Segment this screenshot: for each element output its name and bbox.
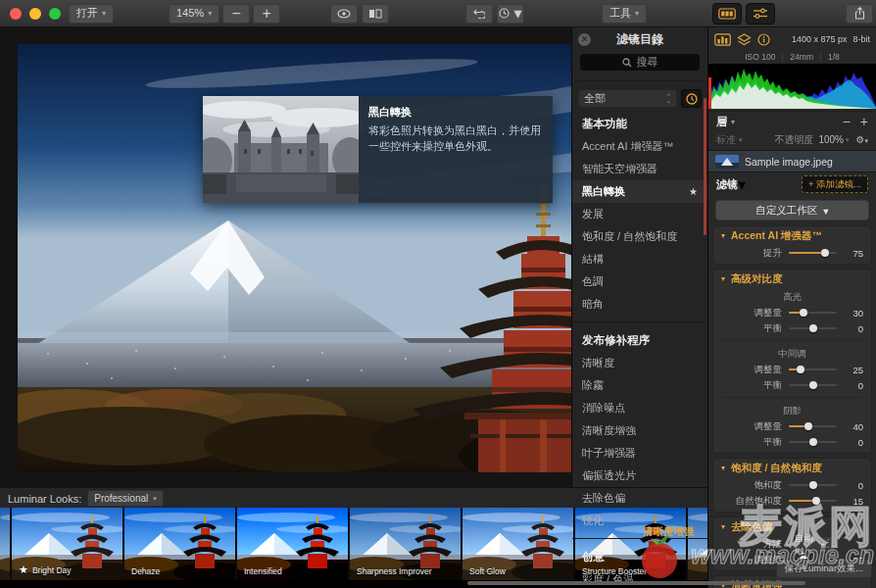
filter-item[interactable]: 偏振透光片 <box>572 465 707 487</box>
looks-panel-toggle[interactable] <box>712 3 742 24</box>
slider-value: 15 <box>844 496 863 507</box>
slider-track[interactable] <box>789 441 837 443</box>
layers-icon[interactable] <box>737 33 752 46</box>
slider-thumb[interactable] <box>804 422 812 430</box>
chevron-down-icon: ▾ <box>846 136 850 144</box>
recent-filters-button[interactable] <box>681 89 702 108</box>
filter-item[interactable]: 去除色偏 <box>572 487 707 510</box>
filter-item[interactable]: 暗角 <box>572 293 707 316</box>
preset-tile[interactable]: Soft Glow <box>462 508 573 580</box>
tooltip-title: 黑白轉换 <box>368 105 543 120</box>
slider-row: 提升75 <box>713 245 871 261</box>
section-header[interactable]: ▾去除色偏 <box>713 517 871 536</box>
horizontal-scrollbar[interactable] <box>467 581 805 585</box>
slider-thumb[interactable] <box>812 497 820 505</box>
slider-track[interactable] <box>789 500 837 502</box>
filter-section-header: 发布修补程序 <box>572 328 707 352</box>
slider-value: 0 <box>844 323 863 334</box>
collapse-triangle-icon[interactable]: ▾ <box>721 464 725 472</box>
slider-thumb[interactable] <box>809 438 817 446</box>
close-window-button[interactable] <box>10 8 22 20</box>
section-header[interactable]: ▾Accent AI 增强器™ <box>713 226 871 245</box>
filter-item[interactable]: 彩度 / 色温 <box>572 568 707 588</box>
method-select[interactable]: 自动 #1⌃⌄ <box>789 536 837 553</box>
slider-thumb[interactable] <box>797 366 804 373</box>
histogram-icon[interactable] <box>714 33 731 46</box>
scrollbar[interactable] <box>704 98 706 235</box>
chevron-down-icon: ▾ <box>635 10 639 18</box>
history-button[interactable]: ▾ <box>497 4 524 24</box>
filter-item[interactable]: 叶子增强器 <box>572 442 707 465</box>
zoom-window-button[interactable] <box>49 8 61 20</box>
filter-item[interactable]: Accent AI 增强器™ <box>572 135 707 158</box>
blend-mode-select[interactable]: 标准 <box>716 133 736 147</box>
filter-item[interactable]: 锐化 <box>572 510 707 532</box>
zoom-out-button[interactable]: − <box>222 4 250 24</box>
gear-icon[interactable]: ⚙▾ <box>856 134 868 145</box>
save-looks-button[interactable]: 保存Luminar效果... <box>776 559 872 578</box>
open-button[interactable]: 打开 ▾ <box>69 4 114 24</box>
adjustments-panel-toggle[interactable] <box>746 3 775 24</box>
share-button[interactable] <box>846 4 873 24</box>
filter-item[interactable]: 饱和度 / 自然饱和度 <box>572 225 707 248</box>
slider-thumb[interactable] <box>809 381 817 389</box>
filter-item[interactable]: 黑白轉换★ <box>572 180 707 203</box>
slider-track[interactable] <box>789 327 837 329</box>
preset-tile[interactable]: Dehaze <box>124 508 235 580</box>
slider-track[interactable] <box>789 484 837 486</box>
slider-track[interactable] <box>789 368 837 370</box>
clipping-indicator[interactable] <box>708 77 711 109</box>
workspace-button[interactable]: 自定义工作区 ▾ <box>715 200 869 220</box>
section-header[interactable]: ▾高级对比度 <box>713 270 871 288</box>
preview-eye-button[interactable] <box>330 4 358 24</box>
undo-button[interactable] <box>465 4 493 24</box>
star-icon[interactable]: ★ <box>689 186 698 197</box>
exif-row: ISO 100 24mm 1/8 <box>708 50 876 64</box>
slider-thumb[interactable] <box>809 481 817 489</box>
slider-track[interactable] <box>789 252 837 254</box>
slider-thumb[interactable] <box>809 324 817 332</box>
tools-dropdown[interactable]: 工具 ▾ <box>602 4 647 24</box>
preset-name: Soft Glow <box>469 566 506 576</box>
close-icon[interactable]: ✕ <box>578 33 591 46</box>
filter-item[interactable]: 消除噪点 <box>572 397 707 419</box>
filter-item[interactable]: 智能天空增强器 <box>572 158 707 180</box>
slider-track[interactable] <box>789 425 837 427</box>
slider-track[interactable] <box>789 312 837 314</box>
filter-item[interactable]: 色調 <box>572 270 707 293</box>
section-header[interactable]: ▾饱和度 / 自然饱和度 <box>713 459 871 477</box>
slider-value: 25 <box>844 365 863 375</box>
preset-tile[interactable]: ★ Bright Day <box>12 508 122 580</box>
preset-tile[interactable] <box>0 508 10 580</box>
filter-item-label: 黑白轉换 <box>582 184 625 199</box>
collapse-triangle-icon[interactable]: ▾ <box>721 522 725 531</box>
filter-item[interactable]: 发展 <box>572 203 707 225</box>
opacity-value[interactable]: 100% <box>818 134 844 145</box>
filter-item-label: 发展 <box>582 207 604 221</box>
info-icon[interactable] <box>757 33 770 46</box>
filter-item[interactable]: 清晰度增強 <box>572 419 707 442</box>
add-filter-button[interactable]: + 添加滤镜... <box>802 175 868 193</box>
filter-item[interactable]: 除霧 <box>572 374 707 397</box>
compare-button[interactable] <box>362 4 389 24</box>
collapse-triangle-icon[interactable]: ▾ <box>721 274 725 283</box>
remove-layer-button[interactable]: − <box>843 114 851 129</box>
slider-thumb[interactable] <box>800 309 807 317</box>
slider-track[interactable] <box>789 384 837 386</box>
search-input[interactable]: 搜尋 <box>580 54 700 71</box>
looks-category-dropdown[interactable]: Professional ▾ <box>87 490 164 507</box>
star-icon[interactable]: ★ <box>19 564 28 576</box>
section-title: 饱和度 / 自然饱和度 <box>731 462 822 475</box>
filter-item[interactable]: 清晰度 <box>572 352 707 374</box>
filter-item[interactable]: 結構 <box>572 248 707 270</box>
preset-tile[interactable]: Intensified <box>237 508 348 580</box>
preset-tile[interactable]: Sharpness Improver <box>350 508 461 580</box>
category-select[interactable]: 全部 ⌃⌄ <box>578 89 677 108</box>
add-layer-button[interactable]: + <box>860 114 868 129</box>
collapse-triangle-icon[interactable]: ▾ <box>721 231 725 240</box>
zoom-level-dropdown[interactable]: 145% ▾ <box>169 4 219 24</box>
layer-item[interactable]: Sample image.jpeg <box>708 150 876 172</box>
slider-thumb[interactable] <box>821 249 829 257</box>
zoom-in-button[interactable]: + <box>253 4 280 24</box>
minimize-window-button[interactable] <box>29 8 41 20</box>
